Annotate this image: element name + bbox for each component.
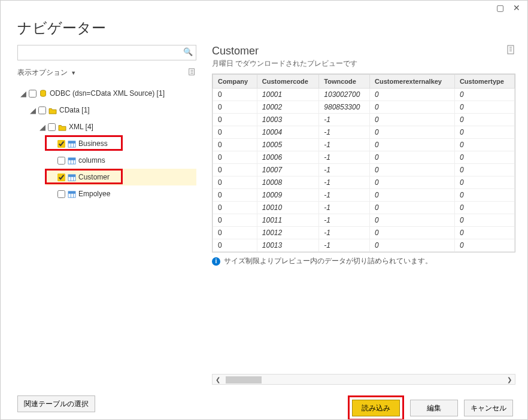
- load-button[interactable]: 読み込み: [352, 400, 400, 416]
- table-cell: 0: [370, 214, 455, 227]
- table-cell: 10011: [257, 214, 318, 227]
- search-icon[interactable]: 🔍: [183, 47, 193, 56]
- table-cell: 0: [213, 176, 257, 189]
- refresh-icon[interactable]: [188, 68, 196, 78]
- table-cell: 0: [213, 164, 257, 176]
- chevron-down-icon: ▼: [71, 70, 76, 76]
- scroll-right-icon[interactable]: ❯: [504, 376, 515, 383]
- table-cell: 10013: [257, 239, 318, 252]
- table-row[interactable]: 010003-100: [213, 114, 515, 126]
- tree-item-business[interactable]: Business: [46, 135, 196, 152]
- table-cell: 10007: [257, 164, 318, 176]
- collapse-icon[interactable]: ◢: [39, 123, 46, 132]
- table-cell: 0: [454, 151, 514, 164]
- table-cell: 10001: [257, 89, 318, 101]
- table-cell: 0: [370, 89, 455, 101]
- table-row[interactable]: 010006-100: [213, 151, 515, 164]
- table-cell: 0: [370, 202, 455, 214]
- checkbox-customer[interactable]: [57, 174, 65, 181]
- page-icon[interactable]: [507, 45, 515, 56]
- search-input[interactable]: [17, 45, 196, 60]
- checkbox-xml[interactable]: [48, 123, 56, 131]
- checkbox-business[interactable]: [57, 140, 65, 148]
- checkbox-cdata[interactable]: [38, 106, 46, 114]
- checkbox-columns[interactable]: [57, 157, 65, 165]
- table-cell: 0: [454, 176, 514, 189]
- table-cell: -1: [319, 176, 370, 189]
- table-row[interactable]: 010004-100: [213, 126, 515, 139]
- tree-cdata[interactable]: ◢ CData [1]: [27, 102, 196, 118]
- table-row[interactable]: 010008-100: [213, 176, 515, 189]
- table-cell: 0: [454, 114, 514, 126]
- table-cell: -1: [319, 189, 370, 202]
- table-cell: -1: [319, 151, 370, 164]
- table-cell: 10010: [257, 202, 318, 214]
- table-row[interactable]: 010005-100: [213, 139, 515, 151]
- table-cell: 0: [454, 214, 514, 227]
- select-related-button[interactable]: 関連テーブルの選択: [17, 395, 95, 412]
- table-row[interactable]: 010012-100: [213, 227, 515, 239]
- table-cell: 0: [370, 189, 455, 202]
- table-row[interactable]: 01000298085330000: [213, 101, 515, 114]
- table-row[interactable]: 010009-100: [213, 189, 515, 202]
- tree-item-empolyee[interactable]: Empolyee: [46, 185, 196, 202]
- table-cell: -1: [319, 227, 370, 239]
- table-cell: 0: [370, 126, 455, 139]
- table-cell: 0: [370, 164, 455, 176]
- close-icon[interactable]: ✕: [512, 3, 521, 13]
- table-row[interactable]: 010007-100: [213, 164, 515, 176]
- info-text: サイズ制限よりプレビュー内のデータが切り詰められています。: [224, 256, 432, 266]
- edit-button[interactable]: 編集: [410, 400, 458, 416]
- tree-xml[interactable]: ◢ XML [4]: [37, 118, 196, 135]
- display-options-dropdown[interactable]: 表示オプション ▼: [17, 68, 76, 78]
- table-row[interactable]: 010010-100: [213, 202, 515, 214]
- svg-rect-7: [68, 175, 75, 176]
- horizontal-scrollbar[interactable]: ❮ ❯: [212, 374, 515, 385]
- column-header[interactable]: Customercode: [257, 75, 318, 89]
- scroll-left-icon[interactable]: ❮: [213, 376, 223, 383]
- column-header[interactable]: Towncode: [319, 75, 370, 89]
- checkbox-empolyee[interactable]: [57, 190, 65, 198]
- table-cell: 10002: [257, 101, 318, 114]
- table-cell: 0: [213, 151, 257, 164]
- table-cell: 0: [454, 202, 514, 214]
- tree-item-columns[interactable]: columns: [46, 152, 196, 169]
- column-header[interactable]: Company: [213, 75, 257, 89]
- table-row[interactable]: 010011-100: [213, 214, 515, 227]
- restore-icon[interactable]: ▢: [495, 3, 505, 13]
- nav-tree: ◢ ODBC (dsn=CData XML Source) [1] ◢ CDat…: [17, 85, 196, 202]
- page-title: ナビゲーター: [17, 19, 511, 38]
- svg-rect-5: [68, 158, 75, 160]
- preview-table: CompanyCustomercodeTowncodeCustomerexter…: [212, 74, 515, 252]
- cancel-button[interactable]: キャンセル: [464, 400, 513, 416]
- collapse-icon[interactable]: ◢: [20, 89, 27, 98]
- checkbox-root[interactable]: [29, 90, 37, 98]
- table-cell: 0: [213, 139, 257, 151]
- table-cell: 0: [213, 202, 257, 214]
- table-cell: -1: [319, 239, 370, 252]
- column-header[interactable]: Customertype: [454, 75, 514, 89]
- tree-root[interactable]: ◢ ODBC (dsn=CData XML Source) [1]: [17, 85, 196, 102]
- table-cell: -1: [319, 139, 370, 151]
- table-cell: 0: [370, 114, 455, 126]
- table-cell: 0: [454, 89, 514, 101]
- table-row[interactable]: 01000110300270000: [213, 89, 515, 101]
- table-cell: 0: [454, 189, 514, 202]
- table-cell: 0: [454, 126, 514, 139]
- table-cell: 0: [454, 227, 514, 239]
- table-cell: 10012: [257, 227, 318, 239]
- table-cell: -1: [319, 126, 370, 139]
- table-cell: 103002700: [319, 89, 370, 101]
- tree-item-customer[interactable]: Customer: [46, 169, 196, 185]
- folder-icon: [47, 106, 58, 114]
- table-cell: 0: [370, 101, 455, 114]
- table-cell: -1: [319, 202, 370, 214]
- scroll-thumb[interactable]: [226, 376, 262, 384]
- table-cell: 10009: [257, 189, 318, 202]
- table-cell: 0: [370, 239, 455, 252]
- table-row[interactable]: 010013-100: [213, 239, 515, 252]
- table-cell: 0: [370, 139, 455, 151]
- collapse-icon[interactable]: ◢: [29, 106, 37, 115]
- column-header[interactable]: Customerexternalkey: [370, 75, 455, 89]
- table-cell: 0: [213, 189, 257, 202]
